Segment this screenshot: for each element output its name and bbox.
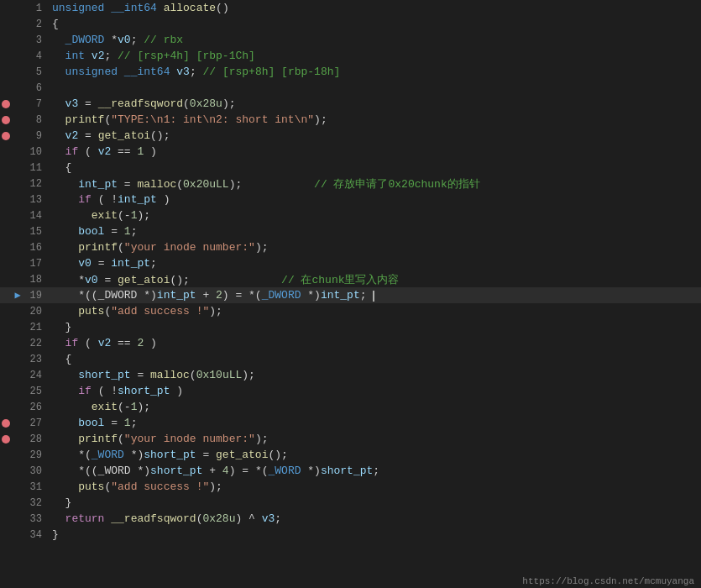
code-line[interactable]: 30 *((_WORD *)short_pt + 4) = *(_WORD *)… bbox=[0, 463, 701, 479]
var-token: int_pt bbox=[118, 193, 157, 206]
code-text: puts("add success !"); bbox=[49, 305, 701, 318]
breakpoint-dot bbox=[2, 116, 10, 124]
num-token: 1 bbox=[124, 225, 131, 238]
var-token: int_pt bbox=[111, 257, 150, 270]
var-token: v2 bbox=[65, 129, 79, 142]
code-text: exit(-1); bbox=[49, 209, 701, 222]
line-number: 30 bbox=[24, 465, 49, 477]
code-line[interactable]: 33 return __readfsqword(0x28u) ^ v3; bbox=[0, 511, 701, 527]
code-line[interactable]: 11 { bbox=[0, 160, 701, 176]
func-token: get_atoi bbox=[98, 129, 150, 142]
code-line[interactable]: 9 v2 = get_atoi(); bbox=[0, 128, 701, 144]
line-number: 11 bbox=[24, 162, 49, 174]
code-text: } bbox=[49, 496, 701, 509]
punct-token: = bbox=[118, 178, 137, 191]
line-number: 13 bbox=[24, 194, 49, 206]
code-line[interactable]: 18 *v0 = get_atoi(); // 在chunk里写入内容 bbox=[0, 271, 701, 287]
line-number: 34 bbox=[24, 529, 49, 541]
var-token: short_pt bbox=[118, 385, 170, 397]
var-token: v3 bbox=[65, 97, 79, 110]
code-line[interactable]: 20 puts("add success !"); bbox=[0, 303, 701, 319]
var-token: int_pt bbox=[157, 289, 196, 302]
punct-token: * bbox=[104, 34, 118, 46]
line-number: 21 bbox=[24, 322, 49, 333]
code-line[interactable]: 2{ bbox=[0, 16, 701, 32]
code-text: int_pt = malloc(0x20uLL); // 存放申请了0x20ch… bbox=[49, 176, 701, 192]
code-line[interactable]: 17 v0 = int_pt; bbox=[0, 255, 701, 271]
punct-token: = bbox=[104, 417, 123, 429]
str-token: "TYPE:\n1: int\n2: short int\n" bbox=[111, 113, 314, 126]
code-line[interactable]: 10 if ( v2 == 1 ) bbox=[0, 144, 701, 160]
code-line[interactable]: 6 bbox=[0, 80, 701, 96]
punct-token bbox=[52, 178, 78, 191]
comment-token: // 在chunk里写入内容 bbox=[196, 274, 400, 286]
line-number: 9 bbox=[24, 130, 49, 142]
code-line[interactable]: 4 int v2; // [rsp+4h] [rbp-1Ch] bbox=[0, 48, 701, 64]
punct-token: ) = *( bbox=[222, 289, 262, 302]
var-token: short_pt bbox=[321, 465, 373, 477]
code-text: unsigned __int64 allocate() bbox=[49, 2, 701, 14]
var-token: v3 bbox=[176, 66, 190, 78]
code-text: { bbox=[49, 353, 701, 365]
code-line[interactable]: 7 v3 = __readfsqword(0x28u); bbox=[0, 96, 701, 112]
code-line[interactable]: 3 _DWORD *v0; // rbx bbox=[0, 32, 701, 48]
code-line[interactable]: 29 *(_WORD *)short_pt = get_atoi(); bbox=[0, 447, 701, 463]
code-line[interactable]: ▶19 *((_DWORD *)int_pt + 2) = *(_DWORD *… bbox=[0, 287, 701, 303]
code-line[interactable]: 21 } bbox=[0, 319, 701, 335]
punct-token: ) bbox=[170, 385, 183, 397]
punct-token bbox=[52, 257, 78, 270]
code-line[interactable]: 25 if ( !short_pt ) bbox=[0, 383, 701, 399]
punct-token bbox=[52, 337, 65, 349]
var-token: short_pt bbox=[78, 369, 130, 381]
code-line[interactable]: 22 if ( v2 == 2 ) bbox=[0, 335, 701, 351]
code-line[interactable]: 31 puts("add success !"); bbox=[0, 479, 701, 495]
code-line[interactable]: 27 bool = 1; bbox=[0, 415, 701, 431]
punct-token: (- bbox=[118, 401, 131, 413]
punct-token: ; bbox=[360, 289, 374, 302]
punct-token: ( ! bbox=[92, 193, 118, 206]
code-line[interactable]: 1unsigned __int64 allocate() bbox=[0, 0, 701, 16]
punct-token bbox=[52, 145, 65, 158]
punct-token: ); bbox=[209, 305, 222, 318]
code-text: } bbox=[49, 321, 701, 333]
punct-token: + bbox=[202, 465, 222, 477]
code-line[interactable]: 15 bool = 1; bbox=[0, 223, 701, 239]
code-text: *((_DWORD *)int_pt + 2) = *(_DWORD *)int… bbox=[49, 289, 701, 302]
punct-token bbox=[118, 66, 124, 78]
code-text: printf("your inode number:"); bbox=[49, 241, 701, 254]
code-line[interactable]: 24 short_pt = malloc(0x10uLL); bbox=[0, 367, 701, 383]
code-line[interactable]: 16 printf("your inode number:"); bbox=[0, 239, 701, 255]
code-text: *v0 = get_atoi(); // 在chunk里写入内容 bbox=[49, 272, 701, 287]
code-line[interactable]: 26 exit(-1); bbox=[0, 399, 701, 415]
code-line[interactable]: 23 { bbox=[0, 351, 701, 367]
code-line[interactable]: 34} bbox=[0, 527, 701, 543]
punct-token: ; bbox=[190, 66, 203, 78]
comment-token: // [rsp+4h] [rbp-1Ch] bbox=[118, 50, 255, 62]
var-token: short_pt bbox=[144, 449, 196, 461]
punct-token: ) bbox=[157, 193, 170, 206]
line-number: 28 bbox=[24, 433, 49, 445]
line-number: 23 bbox=[24, 354, 49, 365]
breakpoint-dot bbox=[2, 132, 10, 140]
breakpoint-area bbox=[0, 116, 12, 124]
punct-token bbox=[52, 209, 92, 222]
line-number: 22 bbox=[24, 338, 49, 349]
punct-token: ); bbox=[209, 480, 222, 493]
punct-token: ); bbox=[229, 178, 248, 191]
var-token: int_pt bbox=[321, 289, 360, 302]
code-line[interactable]: 28 printf("your inode number:"); bbox=[0, 431, 701, 447]
kw-token: __int64 bbox=[111, 2, 157, 14]
code-line[interactable]: 14 exit(-1); bbox=[0, 207, 701, 223]
code-line[interactable]: 12 int_pt = malloc(0x20uLL); // 存放申请了0x2… bbox=[0, 176, 701, 192]
code-text: puts("add success !"); bbox=[49, 480, 701, 493]
line-number: 27 bbox=[24, 417, 49, 429]
punct-token: == bbox=[111, 337, 137, 349]
code-line[interactable]: 32 } bbox=[0, 495, 701, 511]
punct-token: ) = *( bbox=[229, 465, 269, 477]
code-line[interactable]: 5 unsigned __int64 v3; // [rsp+8h] [rbp-… bbox=[0, 64, 701, 80]
punct-token: *((_DWORD *) bbox=[52, 289, 157, 302]
punct-token: = bbox=[78, 97, 97, 110]
code-line[interactable]: 13 if ( !int_pt ) bbox=[0, 192, 701, 207]
punct-token bbox=[52, 50, 65, 62]
code-line[interactable]: 8 printf("TYPE:\n1: int\n2: short int\n"… bbox=[0, 112, 701, 128]
